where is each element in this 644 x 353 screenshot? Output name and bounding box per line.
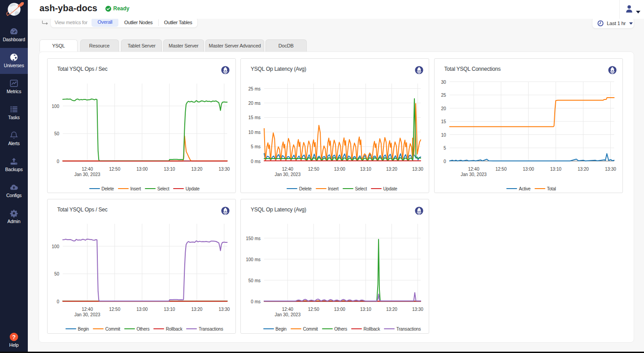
svg-text:12:50: 12:50 [308, 166, 319, 171]
svg-text:13:20: 13:20 [386, 166, 397, 171]
svg-text:13:10: 13:10 [360, 306, 371, 311]
svg-text:12:50: 12:50 [109, 306, 120, 311]
svg-text:?: ? [12, 334, 16, 340]
svg-text:15: 15 [441, 119, 446, 124]
svg-text:10: 10 [441, 132, 446, 137]
svg-text:13:20: 13:20 [191, 166, 202, 171]
svg-text:13:10: 13:10 [360, 166, 371, 171]
svg-text:13:10: 13:10 [164, 166, 175, 171]
svg-text:50: 50 [54, 131, 59, 136]
svg-text:5: 5 [443, 146, 446, 151]
svg-text:100: 100 [52, 103, 59, 108]
svg-text:0: 0 [57, 159, 59, 164]
svg-text:10 ms: 10 ms [248, 129, 261, 134]
svg-text:50: 50 [54, 271, 59, 276]
svg-text:13:30: 13:30 [412, 166, 423, 171]
svg-text:150 ms: 150 ms [246, 236, 261, 241]
svg-text:100 ms: 100 ms [246, 257, 261, 262]
svg-text:13:00: 13:00 [522, 166, 534, 171]
svg-text:13:10: 13:10 [550, 166, 561, 171]
svg-text:Jan 30, 2023: Jan 30, 2023 [274, 312, 300, 317]
svg-text:12:50: 12:50 [308, 306, 319, 311]
svg-text:20: 20 [441, 106, 446, 111]
svg-text:15 ms: 15 ms [248, 115, 261, 120]
svg-text:12:40: 12:40 [282, 166, 293, 171]
svg-text:13:00: 13:00 [136, 166, 148, 171]
svg-text:100: 100 [52, 244, 59, 249]
svg-text:Jan 30, 2023: Jan 30, 2023 [274, 172, 300, 177]
svg-text:13:30: 13:30 [412, 306, 423, 311]
svg-text:12:40: 12:40 [282, 306, 293, 311]
svg-text:0 ms: 0 ms [251, 299, 261, 304]
svg-text:13:30: 13:30 [218, 166, 230, 171]
svg-text:Jan 30, 2023: Jan 30, 2023 [74, 172, 100, 177]
svg-text:13:00: 13:00 [334, 166, 345, 171]
svg-text:12:40: 12:40 [82, 306, 93, 311]
svg-text:0: 0 [443, 159, 446, 164]
svg-text:13:20: 13:20 [386, 306, 397, 311]
svg-text:Jan 30, 2023: Jan 30, 2023 [74, 312, 100, 317]
svg-text:5 ms: 5 ms [251, 144, 261, 149]
svg-text:50 ms: 50 ms [248, 278, 261, 283]
svg-text:25 ms: 25 ms [248, 86, 261, 91]
svg-text:12:40: 12:40 [82, 166, 93, 171]
svg-text:13:00: 13:00 [136, 306, 148, 311]
svg-text:12:40: 12:40 [468, 166, 479, 171]
svg-text:13:00: 13:00 [334, 306, 345, 311]
svg-text:12:50: 12:50 [495, 166, 506, 171]
svg-text:0: 0 [57, 299, 59, 304]
svg-text:13:10: 13:10 [164, 306, 175, 311]
svg-text:Jan 30, 2023: Jan 30, 2023 [461, 172, 487, 177]
svg-text:30: 30 [441, 79, 446, 84]
svg-text:13:20: 13:20 [191, 306, 202, 311]
svg-text:20 ms: 20 ms [248, 100, 261, 105]
svg-text:13:30: 13:30 [218, 306, 230, 311]
svg-text:13:30: 13:30 [605, 166, 616, 171]
svg-text:12:50: 12:50 [109, 166, 120, 171]
svg-text:25: 25 [441, 93, 446, 98]
svg-text:13:20: 13:20 [577, 166, 588, 171]
svg-text:0 ms: 0 ms [251, 159, 261, 164]
